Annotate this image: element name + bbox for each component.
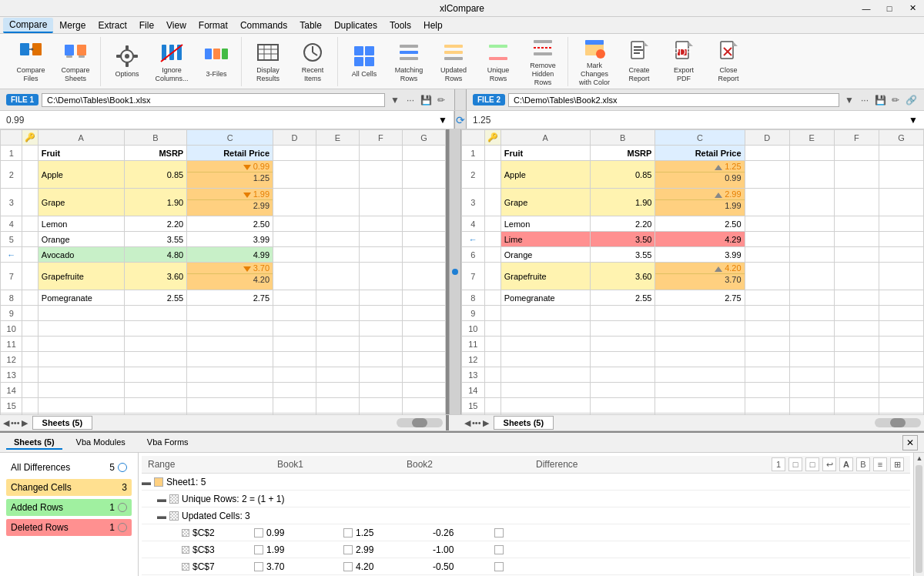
cell-2g[interactable] — [402, 161, 445, 189]
center-divider[interactable] — [449, 129, 461, 414]
r-cell-3d[interactable] — [745, 189, 789, 216]
file1-dots[interactable]: ··· — [403, 93, 417, 107]
cell-1f[interactable] — [359, 146, 402, 161]
file1-scroll-down[interactable]: ▼ — [438, 115, 447, 126]
cell-2c[interactable]: 0.99 1.25 — [187, 161, 273, 189]
diff-changed-item[interactable]: Changed Cells 3 — [6, 479, 132, 496]
cell-3e[interactable] — [316, 189, 360, 216]
r-cell-5c[interactable]: 4.29 — [655, 232, 745, 247]
tab-sheets[interactable]: Sheets (5) — [6, 436, 62, 450]
row2-cb1[interactable] — [254, 545, 263, 554]
minimize-button[interactable]: — — [855, 0, 878, 17]
cell-5b[interactable]: 3.55 — [124, 232, 186, 247]
diff-icon-6[interactable]: B — [856, 457, 870, 471]
r-cell-7d[interactable] — [745, 263, 789, 290]
r-cell-2a[interactable]: Apple — [500, 161, 590, 189]
cell-7e[interactable] — [316, 263, 360, 290]
menu-file[interactable]: File — [133, 18, 160, 32]
r-cell-8e[interactable] — [789, 290, 834, 306]
cell-8e[interactable] — [316, 290, 360, 306]
cell-4a[interactable]: Lemon — [38, 216, 124, 232]
ignore-columns-button[interactable]: IgnoreColumns... — [150, 39, 193, 85]
r-cell-2c[interactable]: 1.25 0.99 — [655, 161, 745, 189]
r-cell-5g[interactable] — [879, 232, 923, 247]
r-cell-8c[interactable]: 2.75 — [655, 290, 745, 306]
r-cell-8b[interactable]: 2.55 — [590, 290, 655, 306]
cell-4d[interactable] — [273, 216, 316, 232]
diff-icon-3[interactable]: □ — [805, 457, 819, 471]
updated-rows-button[interactable]: UpdatedRows — [432, 39, 475, 85]
r-cell-2d[interactable] — [745, 161, 789, 189]
cell-8b[interactable]: 2.55 — [124, 290, 186, 306]
r-cell-3b[interactable]: 1.90 — [590, 189, 655, 216]
r-cell-6f[interactable] — [834, 247, 879, 263]
cell-1b[interactable]: MSRP — [124, 146, 186, 161]
right-sheet-tab[interactable]: Sheets (5) — [494, 416, 554, 430]
cell-7g[interactable] — [402, 263, 445, 290]
cell-8g[interactable] — [402, 290, 445, 306]
cell-7d[interactable] — [273, 263, 316, 290]
mark-changes-button[interactable]: Mark Changeswith Color — [573, 39, 616, 85]
diff-added-item[interactable]: Added Rows 1 — [6, 499, 132, 516]
r-cell-5f[interactable] — [834, 232, 879, 247]
cell-1c[interactable]: Retail Price — [187, 146, 273, 161]
row2-cb2[interactable] — [343, 545, 353, 554]
r-cell-2f[interactable] — [834, 161, 879, 189]
cell-3b[interactable]: 1.90 — [124, 189, 186, 216]
r-cell-3a[interactable]: Grape — [500, 189, 590, 216]
cell-7f[interactable] — [359, 263, 402, 290]
menu-commands[interactable]: Commands — [234, 18, 293, 32]
file2-path[interactable] — [508, 93, 839, 107]
r-cell-1e[interactable] — [789, 146, 834, 161]
cell-5d[interactable] — [273, 232, 316, 247]
right-tab-nav-next[interactable]: ▶ — [483, 418, 489, 428]
file2-extra[interactable]: 🔗 — [904, 93, 918, 107]
row1-cb1[interactable] — [254, 528, 263, 537]
menu-tools[interactable]: Tools — [383, 18, 417, 32]
r-cell-1a[interactable]: Fruit — [500, 146, 590, 161]
left-tab-nav-dots[interactable]: ••• — [11, 418, 20, 427]
r-cell-6e[interactable] — [789, 247, 834, 263]
cell-1d[interactable] — [273, 146, 316, 161]
r-cell-3f[interactable] — [834, 189, 879, 216]
cell-6f[interactable] — [359, 247, 402, 263]
diff-icon-8[interactable]: ⊞ — [890, 457, 904, 471]
r-cell-6a[interactable]: Orange — [500, 247, 590, 263]
r-cell-8g[interactable] — [879, 290, 923, 306]
cell-6d[interactable] — [273, 247, 316, 263]
right-tab-nav-dots[interactable]: ••• — [472, 418, 481, 427]
r-cell-7g[interactable] — [879, 263, 923, 290]
cell-1a[interactable]: Fruit — [38, 146, 124, 161]
r-cell-3e[interactable] — [789, 189, 834, 216]
r-cell-1g[interactable] — [879, 146, 923, 161]
tab-vba-forms[interactable]: Vba Forms — [139, 436, 196, 450]
unique-expand-btn[interactable]: ▬ — [157, 494, 166, 504]
cell-3c[interactable]: 1.99 2.99 — [187, 189, 273, 216]
cell-6b[interactable]: 4.80 — [124, 247, 186, 263]
cell-4c[interactable]: 2.50 — [187, 216, 273, 232]
cell-2e[interactable] — [316, 161, 360, 189]
all-cells-button[interactable]: All Cells — [343, 39, 386, 85]
r-cell-7f[interactable] — [834, 263, 879, 290]
cell-5c[interactable]: 3.99 — [187, 232, 273, 247]
right-tab-nav-prev[interactable]: ◀ — [464, 418, 470, 428]
cell-2b[interactable]: 0.85 — [124, 161, 186, 189]
r-cell-1b[interactable]: MSRP — [590, 146, 655, 161]
r-cell-7c[interactable]: 4.20 3.70 — [655, 263, 745, 290]
r-cell-6c[interactable]: 3.99 — [655, 247, 745, 263]
diff-icon-5[interactable]: A — [839, 457, 853, 471]
r-cell-3c[interactable]: 2.99 1.99 — [655, 189, 745, 216]
all-radio[interactable] — [118, 463, 127, 472]
options-button[interactable]: Options — [105, 39, 149, 85]
cell-3f[interactable] — [359, 189, 402, 216]
r-cell-6d[interactable] — [745, 247, 789, 263]
menu-extract[interactable]: Extract — [92, 18, 132, 32]
cell-5g[interactable] — [402, 232, 445, 247]
menu-duplicates[interactable]: Duplicates — [328, 18, 383, 32]
close-report-button[interactable]: CloseReport — [707, 39, 750, 85]
r-cell-2g[interactable] — [879, 161, 923, 189]
r-cell-4a[interactable]: Lemon — [500, 216, 590, 232]
file1-edit[interactable]: ✏ — [434, 93, 448, 107]
r-cell-7b[interactable]: 3.60 — [590, 263, 655, 290]
remove-hidden-rows-button[interactable]: RemoveHidden Rows — [521, 39, 564, 85]
